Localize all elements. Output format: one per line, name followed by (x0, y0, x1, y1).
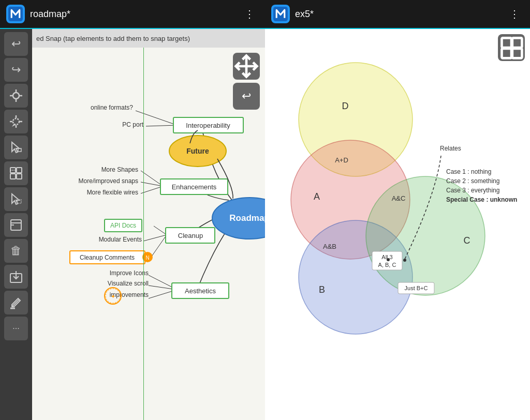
left-window-title: roadmap* (30, 9, 240, 20)
svg-text:API Docs: API Docs (110, 222, 136, 229)
more-button[interactable]: ··· (4, 317, 28, 340)
svg-text:Visualize scroll: Visualize scroll (108, 280, 149, 287)
snap-select-button[interactable] (4, 110, 28, 133)
svg-rect-72 (502, 49, 511, 58)
svg-point-96 (387, 258, 390, 261)
svg-rect-14 (17, 168, 22, 173)
snap-right-button[interactable] (498, 34, 525, 61)
float-toolbar: ↩ (233, 53, 260, 110)
svg-text:More flexible wires: More flexible wires (87, 189, 138, 196)
svg-text:Enhancements: Enhancements (172, 183, 217, 191)
left-app-icon (6, 5, 25, 23)
redo-button[interactable]: ↪ (4, 58, 28, 82)
svg-text:Just B+C: Just B+C (405, 285, 428, 291)
svg-text:Future: Future (186, 147, 209, 155)
main-content: ↩ ↪ (0, 29, 530, 420)
right-panel: D A B C A+D A&B A&C All 3 A, B, C Just B… (265, 29, 530, 420)
snap-bar-text: ed Snap (tap elements to add them to sna… (36, 35, 190, 42)
right-app-icon (271, 5, 290, 23)
svg-line-33 (141, 186, 163, 193)
svg-point-7 (13, 118, 19, 125)
undo-button[interactable]: ↩ (4, 32, 28, 56)
svg-text:PC port: PC port (122, 121, 143, 128)
left-window-header: roadmap* ⋮ (0, 0, 265, 29)
paint-button[interactable] (4, 291, 28, 314)
snap-notification: ed Snap (tap elements to add them to sna… (32, 29, 265, 48)
svg-text:More Shapes: More Shapes (101, 166, 138, 173)
svg-rect-71 (512, 38, 522, 48)
svg-text:A&C: A&C (392, 194, 406, 202)
svg-text:Relates: Relates (440, 145, 461, 152)
export-button[interactable] (4, 265, 28, 289)
svg-rect-70 (502, 38, 511, 48)
svg-point-91 (403, 259, 406, 262)
mindmap-svg: Future Roadmap Interoperability online f… (32, 48, 265, 420)
snap-button[interactable] (4, 84, 28, 108)
svg-text:A: A (314, 191, 320, 202)
svg-text:A&B: A&B (323, 243, 336, 250)
left-panel: ed Snap (tap elements to add them to sna… (32, 29, 265, 420)
svg-text:online formats?: online formats? (91, 104, 133, 111)
svg-text:Case 3 : everything: Case 3 : everything (446, 187, 499, 194)
svg-point-2 (13, 93, 19, 99)
svg-text:D: D (342, 101, 349, 111)
top-bar: roadmap* ⋮ ex5* ⋮ (0, 0, 530, 29)
move-float-button[interactable] (233, 53, 260, 80)
svg-text:Interoperability: Interoperability (186, 122, 230, 129)
svg-line-34 (154, 226, 167, 235)
svg-text:N: N (145, 255, 149, 261)
svg-rect-15 (10, 174, 16, 179)
left-menu-button[interactable]: ⋮ (240, 6, 259, 22)
undo-float-button[interactable]: ↩ (233, 83, 260, 110)
svg-text:Aesthetics: Aesthetics (185, 287, 216, 295)
svg-text:C: C (464, 235, 470, 246)
svg-text:Cleanup Comments: Cleanup Comments (80, 254, 135, 261)
svg-text:B: B (319, 284, 325, 295)
svg-text:Improve Icons: Improve Icons (110, 269, 149, 277)
frame-button[interactable] (4, 213, 28, 237)
venn-svg: D A B C A+D A&B A&C All 3 A, B, C Just B… (265, 29, 530, 420)
delete-button[interactable]: 🗑 (4, 239, 28, 263)
right-menu-button[interactable]: ⋮ (505, 6, 524, 22)
right-window-header: ex5* ⋮ (265, 0, 530, 29)
svg-text:A+D: A+D (335, 156, 348, 164)
svg-rect-73 (512, 49, 522, 58)
select-button[interactable] (4, 187, 28, 211)
svg-rect-16 (17, 174, 22, 179)
sidebar: ↩ ↪ (0, 29, 32, 420)
svg-text:Roadmap: Roadmap (229, 213, 265, 223)
svg-text:Case 2 : something: Case 2 : something (446, 177, 499, 185)
green-guide-line (143, 48, 144, 420)
svg-text:improvements: improvements (110, 291, 149, 298)
svg-text:Special Case : unknown: Special Case : unknown (446, 196, 517, 203)
svg-text:More/improved snaps: More/improved snaps (79, 177, 138, 185)
pointer-button[interactable] (4, 136, 28, 159)
svg-text:A, B, C: A, B, C (378, 262, 396, 268)
svg-text:Modular Events: Modular Events (99, 236, 142, 243)
svg-text:✦: ✦ (111, 293, 115, 299)
svg-text:Cleanup: Cleanup (178, 232, 203, 239)
right-window-title: ex5* (295, 9, 505, 20)
svg-text:Case 1 : nothing: Case 1 : nothing (446, 168, 491, 175)
group-button[interactable] (4, 161, 28, 185)
svg-line-30 (146, 125, 177, 126)
